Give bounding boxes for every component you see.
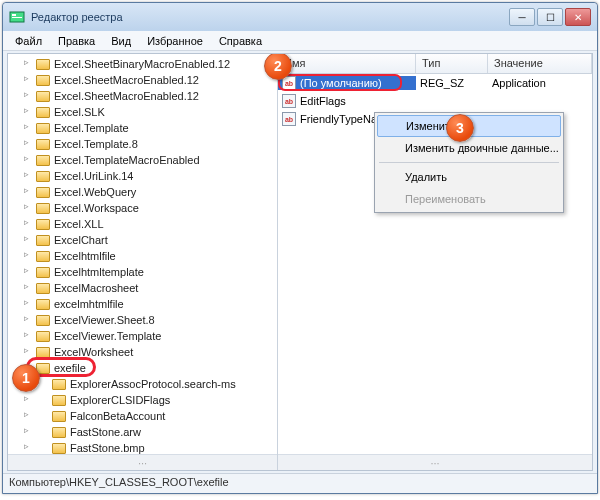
tree-item-label: ExcelViewer.Template — [54, 330, 161, 342]
tree-item[interactable]: Excel.Template — [24, 120, 277, 136]
annotation-callout-1: 1 — [12, 364, 40, 392]
tree-item[interactable]: Excel.TemplateMacroEnabled — [24, 152, 277, 168]
tree-item-label: FastStone.arw — [70, 426, 141, 438]
folder-icon — [52, 395, 66, 406]
menu-favorites[interactable]: Избранное — [139, 33, 211, 49]
close-button[interactable]: ✕ — [565, 8, 591, 26]
col-value[interactable]: Значение — [488, 54, 592, 73]
tree-item-label: Excel.Workspace — [54, 202, 139, 214]
list-row[interactable]: abEditFlags — [278, 92, 592, 110]
statusbar: Компьютер\HKEY_CLASSES_ROOT\exefile — [3, 473, 597, 493]
folder-icon — [36, 171, 50, 182]
tree-item-label: excelmhtmlfile — [54, 298, 124, 310]
tree-item-label: ExcelViewer.Sheet.8 — [54, 314, 155, 326]
menu-file[interactable]: Файл — [7, 33, 50, 49]
minimize-button[interactable]: ─ — [509, 8, 535, 26]
tree-item-label: Excel.SLK — [54, 106, 105, 118]
tree-item[interactable]: ExcelViewer.Template — [24, 328, 277, 344]
tree-item[interactable]: Excel.SheetMacroEnabled.12 — [24, 88, 277, 104]
tree-item[interactable]: Excel.WebQuery — [24, 184, 277, 200]
tree-item[interactable]: FalconBetaAccount — [24, 408, 277, 424]
folder-icon — [36, 331, 50, 342]
menu-item-modify-binary[interactable]: Изменить двоичные данные... — [377, 137, 561, 159]
tree-item-label: FalconBetaAccount — [70, 410, 165, 422]
folder-icon — [36, 299, 50, 310]
tree-item[interactable]: ExcelViewer.Sheet.8 — [24, 312, 277, 328]
tree-item[interactable]: excelmhtmlfile — [24, 296, 277, 312]
folder-icon — [36, 315, 50, 326]
tree-item[interactable]: ExcelMacrosheet — [24, 280, 277, 296]
tree-item[interactable]: Excelhtmltemplate — [24, 264, 277, 280]
tree-item[interactable]: ExplorerCLSIDFlags — [24, 392, 277, 408]
tree-item[interactable]: FastStone.arw — [24, 424, 277, 440]
svg-rect-1 — [12, 14, 16, 16]
tree-item-label: ExplorerCLSIDFlags — [70, 394, 170, 406]
menu-view[interactable]: Вид — [103, 33, 139, 49]
folder-icon — [36, 235, 50, 246]
col-type[interactable]: Тип — [416, 54, 488, 73]
tree-item[interactable]: Excel.XLL — [24, 216, 277, 232]
folder-icon — [36, 107, 50, 118]
tree-item[interactable]: ExcelWorksheet — [24, 344, 277, 360]
folder-icon — [36, 187, 50, 198]
folder-icon — [36, 347, 50, 358]
menu-separator — [379, 162, 559, 163]
menubar: Файл Правка Вид Избранное Справка — [3, 31, 597, 51]
menu-edit[interactable]: Правка — [50, 33, 103, 49]
folder-icon — [36, 75, 50, 86]
tree-item-label: ExplorerAssocProtocol.search-ms — [70, 378, 236, 390]
col-name[interactable]: Имя — [278, 54, 416, 73]
tree-item[interactable]: Excel.SheetBinaryMacroEnabled.12 — [24, 56, 277, 72]
tree-item-label: Excel.UriLink.14 — [54, 170, 133, 182]
folder-icon — [36, 139, 50, 150]
tree-item[interactable]: Excel.Workspace — [24, 200, 277, 216]
folder-icon — [36, 123, 50, 134]
annotation-callout-2: 2 — [264, 53, 292, 80]
tree-item[interactable]: Excel.SLK — [24, 104, 277, 120]
tree-item-label: ExcelMacrosheet — [54, 282, 138, 294]
folder-icon — [36, 251, 50, 262]
tree-item-label: Excel.SheetMacroEnabled.12 — [54, 74, 199, 86]
menu-help[interactable]: Справка — [211, 33, 270, 49]
value-type: REG_SZ — [416, 77, 488, 89]
values-panel[interactable]: Имя Тип Значение ab(По умолчанию) REG_SZ… — [278, 54, 592, 470]
tree-item[interactable]: ExplorerAssocProtocol.search-ms — [24, 376, 277, 392]
tree-item[interactable]: Excel.UriLink.14 — [24, 168, 277, 184]
folder-icon — [52, 427, 66, 438]
registry-editor-window: Редактор реестра ─ ☐ ✕ Файл Правка Вид И… — [2, 2, 598, 494]
tree-item-label: Excel.SheetBinaryMacroEnabled.12 — [54, 58, 230, 70]
value-data: Application — [488, 77, 546, 89]
tree-item-label: Excel.Template.8 — [54, 138, 138, 150]
folder-icon — [36, 219, 50, 230]
content-area: Excel.SheetBinaryMacroEnabled.12Excel.Sh… — [7, 53, 593, 471]
value-name: (По умолчанию) — [300, 77, 382, 89]
tree-item-label: ExcelWorksheet — [54, 346, 133, 358]
tree-item[interactable]: ExcelChart — [24, 232, 277, 248]
folder-icon — [36, 59, 50, 70]
tree-item-label: exefile — [54, 362, 86, 374]
menu-item-delete[interactable]: Удалить — [377, 166, 561, 188]
tree-item[interactable]: Excel.SheetMacroEnabled.12 — [24, 72, 277, 88]
tree-item-label: Excel.WebQuery — [54, 186, 136, 198]
folder-icon — [52, 379, 66, 390]
tree-item-label: ExcelChart — [54, 234, 108, 246]
svg-rect-2 — [12, 17, 22, 18]
tree-item-label: Excelhtmltemplate — [54, 266, 144, 278]
list-row[interactable]: ab(По умолчанию) REG_SZ Application — [278, 74, 592, 92]
maximize-button[interactable]: ☐ — [537, 8, 563, 26]
tree-panel[interactable]: Excel.SheetBinaryMacroEnabled.12Excel.Sh… — [8, 54, 278, 470]
titlebar[interactable]: Редактор реестра ─ ☐ ✕ — [3, 3, 597, 31]
value-name: EditFlags — [300, 95, 346, 107]
tree-scrollbar-h[interactable]: ··· — [8, 454, 277, 470]
list-header: Имя Тип Значение — [278, 54, 592, 74]
folder-icon — [52, 443, 66, 454]
tree-item[interactable]: Excelhtmlfile — [24, 248, 277, 264]
tree-item-label: Excelhtmlfile — [54, 250, 116, 262]
menu-item-rename[interactable]: Переименовать — [377, 188, 561, 210]
list-scrollbar-h[interactable]: ··· — [278, 454, 592, 470]
window-title: Редактор реестра — [31, 11, 509, 23]
folder-icon — [36, 267, 50, 278]
tree-item[interactable]: Excel.Template.8 — [24, 136, 277, 152]
tree-item[interactable]: exefile — [24, 360, 277, 376]
folder-icon — [36, 283, 50, 294]
